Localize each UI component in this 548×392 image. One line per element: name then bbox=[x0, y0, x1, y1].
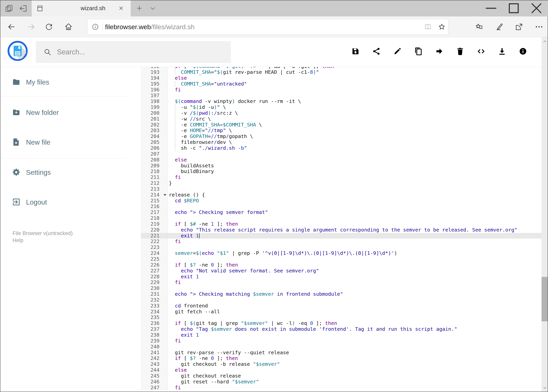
code-line-text[interactable]: fi bbox=[168, 174, 541, 180]
code-line[interactable]: 244 else bbox=[141, 367, 541, 373]
code-line[interactable]: 225 bbox=[141, 256, 541, 262]
tab-close-button[interactable] bbox=[118, 5, 124, 11]
hub-button[interactable] bbox=[475, 22, 484, 31]
rename-button[interactable] bbox=[393, 47, 402, 56]
code-line[interactable]: 228 exit 1 bbox=[141, 274, 541, 280]
code-line[interactable]: 236 if [ $(git tag | grep "$semver" | wc… bbox=[141, 320, 541, 326]
code-line-text[interactable]: else bbox=[168, 75, 541, 81]
code-line[interactable]: 217 echo "> Checking semver format" bbox=[141, 210, 541, 215]
code-line[interactable]: 192 if [ "$(command -v git)" != "" ] && … bbox=[141, 67, 541, 69]
code-line-text[interactable]: else bbox=[168, 367, 541, 373]
code-line-text[interactable] bbox=[168, 93, 541, 98]
maximize-button[interactable] bbox=[502, 0, 525, 16]
share-page-button[interactable] bbox=[514, 22, 524, 31]
code-line-text[interactable]: COMMIT_SHA="untracked" bbox=[168, 81, 541, 87]
reading-view-button[interactable] bbox=[424, 23, 432, 31]
share-button[interactable] bbox=[372, 47, 381, 56]
scrollbar-thumb[interactable] bbox=[541, 277, 548, 321]
code-line[interactable]: 203 -e HOME="//tmp" \ bbox=[141, 128, 541, 133]
code-line[interactable]: 237 echo "Tag $semver does not exist in … bbox=[141, 326, 541, 332]
code-line-text[interactable]: sh -c "./wizard.sh -b" bbox=[168, 145, 541, 151]
code-line[interactable]: 196 fi bbox=[141, 87, 541, 93]
code-line-text[interactable]: -e COMMIT_SHA=$COMMIT_SHA \ bbox=[168, 122, 541, 128]
delete-button[interactable] bbox=[456, 47, 465, 56]
code-line[interactable]: 220 echo "This release script requires a… bbox=[141, 227, 541, 233]
code-line-text[interactable]: buildBinary bbox=[168, 168, 541, 174]
refresh-button[interactable] bbox=[45, 22, 53, 31]
code-line-text[interactable]: fi bbox=[168, 385, 541, 391]
code-line-text[interactable]: exit 1 bbox=[168, 233, 541, 239]
minimize-button[interactable] bbox=[480, 0, 502, 16]
code-line[interactable]: 207 bbox=[141, 151, 541, 157]
code-line-text[interactable]: -v /$(pwd):/src:z \ bbox=[168, 110, 541, 116]
code-line[interactable]: 233 cd frontend bbox=[141, 303, 541, 309]
info-button[interactable] bbox=[519, 47, 527, 56]
code-line[interactable]: 242 if [ $? -ne 0 ]; then bbox=[141, 355, 541, 361]
code-line-text[interactable]: cd $REPO bbox=[168, 198, 541, 204]
tab-preview-button[interactable] bbox=[5, 4, 13, 13]
code-line[interactable]: 204 -e GOPATH=//tmp/gopath \ bbox=[141, 133, 541, 139]
code-line[interactable]: 247 fi bbox=[141, 385, 541, 391]
code-line[interactable]: 198 $(command -v winpty) docker run --rm… bbox=[141, 98, 541, 104]
code-line-text[interactable]: exit 1 bbox=[168, 332, 541, 338]
code-line-text[interactable]: fi bbox=[168, 280, 541, 285]
code-line[interactable]: 214release () { bbox=[141, 192, 541, 198]
sidebar-item-new-file[interactable]: New file bbox=[0, 135, 137, 150]
code-line[interactable]: 231 echo "> Checking matching $semver in… bbox=[141, 291, 541, 297]
code-line[interactable]: 223 bbox=[141, 245, 541, 250]
code-line[interactable]: 243 git checkout -b release "$semver" bbox=[141, 361, 541, 367]
code-line-text[interactable]: echo "> Checking matching $semver in fro… bbox=[168, 291, 541, 297]
code-line[interactable]: 222 fi bbox=[141, 238, 541, 245]
code-line[interactable]: 246 git reset --hard "$semver" bbox=[141, 379, 541, 385]
code-line-text[interactable]: COMMIT_SHA="$(git rev-parse HEAD | cut -… bbox=[168, 69, 541, 75]
code-line-text[interactable]: git reset --hard "$semver" bbox=[168, 379, 541, 385]
code-line[interactable]: 230 bbox=[141, 285, 541, 291]
code-line-text[interactable]: semver=$(echo "$1" | grep -P '^v(0|[1-9]… bbox=[168, 250, 541, 256]
code-line[interactable]: 235 bbox=[141, 315, 541, 320]
code-line-text[interactable] bbox=[168, 315, 541, 320]
code-line[interactable]: 202 -e COMMIT_SHA=$COMMIT_SHA \ bbox=[141, 122, 541, 128]
code-line-text[interactable]: -u "$(id -u)" \ bbox=[168, 104, 541, 110]
back-button[interactable] bbox=[7, 22, 16, 31]
tab-dropdown-button[interactable] bbox=[149, 5, 156, 12]
code-line[interactable]: 226 if [ $? -ne 0 ]; then bbox=[141, 262, 541, 268]
code-line[interactable]: 201 -w //src \ bbox=[141, 116, 541, 122]
code-line[interactable]: 205 filebrowser/dev \ bbox=[141, 139, 541, 145]
code-line-text[interactable] bbox=[168, 203, 541, 210]
code-line-text[interactable] bbox=[168, 344, 541, 350]
code-line-text[interactable]: git checkout -b release "$semver" bbox=[168, 361, 541, 367]
code-line-text[interactable]: if [ $? -ne 0 ]; then bbox=[168, 262, 541, 268]
code-line[interactable]: 218 bbox=[141, 215, 541, 221]
code-line-text[interactable]: echo "Tag $semver does not exist in subm… bbox=[168, 326, 541, 332]
code-line-text[interactable]: else bbox=[168, 157, 541, 163]
code-line-text[interactable]: if [ "$(command -v git)" != "" ] && [ -d… bbox=[168, 67, 541, 69]
code-line-text[interactable]: git fetch --all bbox=[168, 309, 541, 315]
code-line-text[interactable]: $(command -v winpty) docker run --rm -it… bbox=[168, 98, 541, 104]
code-line-text[interactable] bbox=[168, 245, 541, 250]
code-line[interactable]: 234 git fetch --all bbox=[141, 309, 541, 315]
code-line-text[interactable] bbox=[168, 151, 541, 157]
filebrowser-logo[interactable] bbox=[7, 41, 28, 61]
help-link[interactable]: Help bbox=[13, 237, 23, 244]
sidebar-item-new-folder[interactable]: New folder bbox=[0, 105, 137, 120]
code-line-text[interactable] bbox=[168, 215, 541, 221]
code-line-text[interactable]: fi bbox=[168, 87, 541, 93]
code-line[interactable]: 221 exit 1 bbox=[141, 233, 541, 239]
sidebar-item-settings[interactable]: Settings bbox=[0, 165, 137, 180]
code-line-text[interactable]: -e GOPATH=//tmp/gopath \ bbox=[168, 133, 541, 139]
code-line[interactable]: 219 if [ $# -ne 1 ]; then bbox=[141, 221, 541, 227]
code-line[interactable]: 227 echo "Not valid semver format. See s… bbox=[141, 268, 541, 274]
code-line-text[interactable]: filebrowser/dev \ bbox=[168, 139, 541, 145]
code-line[interactable]: 194 else bbox=[141, 75, 541, 81]
copy-button[interactable] bbox=[414, 47, 423, 56]
code-line[interactable]: 208 else bbox=[141, 157, 541, 163]
code-line-text[interactable]: if [ $# -ne 1 ]; then bbox=[168, 221, 541, 227]
code-line-text[interactable]: -w //src \ bbox=[168, 116, 541, 122]
home-button[interactable] bbox=[64, 22, 73, 31]
move-button[interactable] bbox=[435, 47, 444, 56]
code-line[interactable]: 199 -u "$(id -u)" \ bbox=[141, 104, 541, 110]
code-line[interactable]: 193 COMMIT_SHA="$(git rev-parse HEAD | c… bbox=[141, 69, 541, 75]
code-line[interactable]: 210 buildBinary bbox=[141, 168, 541, 174]
fold-arrow-icon[interactable] bbox=[164, 194, 166, 196]
code-line-text[interactable]: buildAssets bbox=[168, 163, 541, 169]
